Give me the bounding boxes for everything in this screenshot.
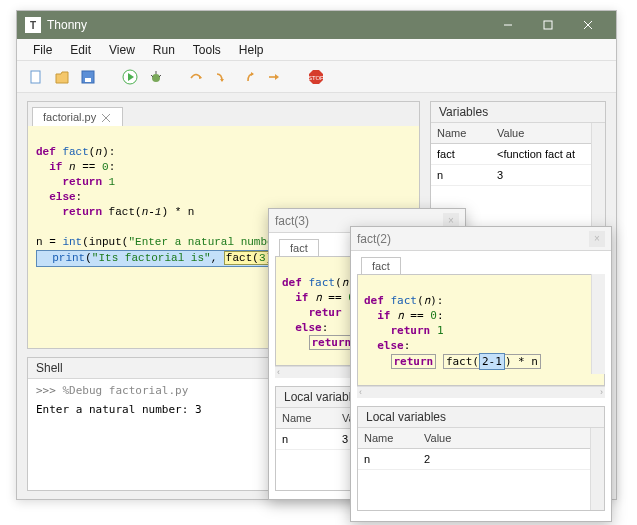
step-out-icon[interactable] (239, 68, 257, 86)
window-controls (488, 11, 608, 39)
menu-view[interactable]: View (101, 41, 143, 59)
debug-icon[interactable] (147, 68, 165, 86)
run-icon[interactable] (121, 68, 139, 86)
scrollbar-horizontal[interactable]: ‹› (357, 386, 605, 398)
step-into-icon[interactable] (213, 68, 231, 86)
frame2-localvars-title: Local variables (358, 407, 604, 428)
stack-frame-window-2: fact(2) × fact def fact(n): if n == 0: r… (350, 226, 612, 522)
frame2-content: fact def fact(n): if n == 0: return 1 el… (351, 251, 611, 517)
new-file-icon[interactable] (27, 68, 45, 86)
localvar-row[interactable]: n 2 (358, 449, 590, 470)
svg-line-10 (151, 75, 153, 77)
frame2-titlebar[interactable]: fact(2) × (351, 227, 611, 251)
svg-line-11 (159, 75, 161, 77)
variables-row[interactable]: n 3 (431, 165, 591, 186)
menu-run[interactable]: Run (145, 41, 183, 59)
frame2-close-icon[interactable]: × (589, 231, 605, 247)
frame2-title: fact(2) (357, 232, 391, 246)
titlebar: T Thonny (17, 11, 616, 39)
step-over-icon[interactable] (187, 68, 205, 86)
frame1-tab[interactable]: fact (279, 239, 319, 256)
tab-label: factorial.py (43, 111, 96, 123)
open-file-icon[interactable] (53, 68, 71, 86)
svg-rect-4 (31, 71, 40, 83)
close-button[interactable] (568, 11, 608, 39)
variables-row[interactable]: fact <function fact at (431, 144, 591, 165)
svg-rect-1 (544, 21, 552, 29)
close-tab-icon[interactable] (102, 112, 112, 122)
resume-icon[interactable] (265, 68, 283, 86)
menu-help[interactable]: Help (231, 41, 272, 59)
toolbar: STOP (17, 61, 616, 93)
window-title: Thonny (47, 18, 488, 32)
stop-icon[interactable]: STOP (307, 68, 325, 86)
frame2-code: def fact(n): if n == 0: return 1 else: r… (357, 274, 605, 386)
editor-tabs: factorial.py (28, 102, 419, 126)
variables-header: Name Value (431, 123, 591, 144)
minimize-button[interactable] (488, 11, 528, 39)
frame2-tab[interactable]: fact (361, 257, 401, 274)
menubar: File Edit View Run Tools Help (17, 39, 616, 61)
current-line-highlight: print("Its factorial is", fact(3)) (36, 250, 284, 267)
menu-tools[interactable]: Tools (185, 41, 229, 59)
svg-point-8 (152, 74, 160, 82)
variables-title: Variables (431, 102, 605, 123)
svg-text:STOP: STOP (308, 75, 324, 81)
frame1-title: fact(3) (275, 214, 309, 228)
menu-edit[interactable]: Edit (62, 41, 99, 59)
svg-rect-6 (85, 78, 91, 82)
menu-file[interactable]: File (25, 41, 60, 59)
save-icon[interactable] (79, 68, 97, 86)
frame2-localvars: Local variables Name Value n 2 (357, 406, 605, 511)
editor-tab[interactable]: factorial.py (32, 107, 123, 126)
scrollbar-vertical[interactable] (590, 428, 604, 510)
app-logo-icon: T (25, 17, 41, 33)
scrollbar-vertical[interactable] (591, 274, 605, 374)
frame2-eval-box: fact(2-1) * n (443, 354, 541, 369)
maximize-button[interactable] (528, 11, 568, 39)
